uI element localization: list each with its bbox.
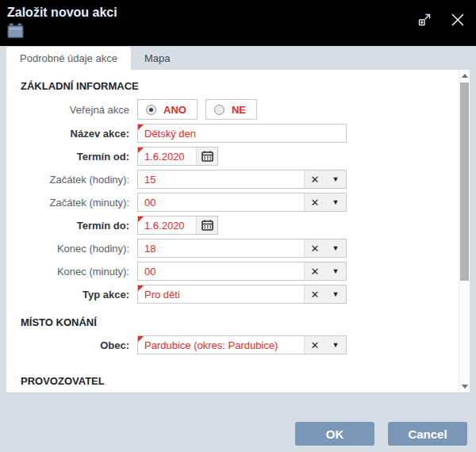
expand-dialog-button[interactable] bbox=[414, 10, 435, 30]
clear-icon: ✕ bbox=[311, 340, 320, 350]
end-hours-input[interactable] bbox=[138, 239, 304, 257]
date-to-row: Termín do: bbox=[14, 216, 459, 235]
calendar-picker-icon bbox=[202, 151, 213, 162]
public-event-label: Veřejná akce bbox=[14, 104, 129, 116]
municipality-dropdown-button[interactable]: ▼ bbox=[325, 336, 346, 354]
end-hours-row: Konec (hodiny): ✕ ▼ bbox=[14, 239, 459, 258]
tab-event-details-label: Podrobné údaje akce bbox=[20, 52, 117, 64]
public-event-radio-group: ANO NE bbox=[137, 99, 257, 120]
clear-icon: ✕ bbox=[311, 197, 320, 208]
section-operator: PROVOZOVATEL bbox=[21, 375, 459, 387]
event-type-input[interactable] bbox=[138, 285, 304, 303]
end-minutes-input[interactable] bbox=[138, 262, 304, 280]
tab-map-label: Mapa bbox=[144, 52, 171, 64]
municipality-row: Obec: ✕ ▼ bbox=[14, 335, 459, 354]
end-hours-fieldbox: ✕ ▼ bbox=[137, 239, 347, 258]
new-event-dialog: Založit novou akci Podrobné údaje akce bbox=[0, 0, 476, 452]
cancel-button[interactable]: Cancel bbox=[388, 422, 467, 446]
date-to-calendar-button[interactable] bbox=[197, 216, 217, 234]
end-minutes-row: Konec (minuty): ✕ ▼ bbox=[14, 262, 459, 281]
event-type-row: Typ akce: ✕ ▼ bbox=[14, 285, 459, 304]
end-minutes-dropdown-button[interactable]: ▼ bbox=[325, 262, 346, 280]
radio-unselected-icon[interactable] bbox=[214, 105, 225, 115]
municipality-input[interactable] bbox=[138, 336, 304, 354]
calendar-icon bbox=[7, 23, 25, 39]
start-minutes-buttons: ✕ ▼ bbox=[304, 193, 346, 211]
start-hours-fieldbox: ✕ ▼ bbox=[137, 170, 347, 189]
event-name-row: Název akce: bbox=[14, 124, 459, 143]
form-panel: ZÁKLADNÍ INFORMACE Veřejná akce ANO NE bbox=[6, 70, 470, 393]
radio-option-ne[interactable]: NE bbox=[205, 99, 257, 120]
end-hours-clear-button[interactable]: ✕ bbox=[305, 239, 325, 257]
event-type-label: Typ akce: bbox=[14, 289, 129, 301]
chevron-down-icon: ▼ bbox=[332, 291, 340, 298]
date-from-buttons bbox=[196, 147, 217, 165]
start-minutes-label: Začátek (minuty): bbox=[14, 197, 129, 209]
start-hours-input[interactable] bbox=[138, 170, 304, 188]
start-minutes-fieldbox: ✕ ▼ bbox=[137, 193, 347, 212]
vertical-scrollbar[interactable] bbox=[459, 70, 470, 393]
event-name-input[interactable] bbox=[138, 124, 346, 142]
radio-option-ano[interactable]: ANO bbox=[137, 99, 198, 120]
end-hours-dropdown-button[interactable]: ▼ bbox=[325, 239, 346, 257]
radio-ano-label: ANO bbox=[163, 104, 186, 116]
chevron-down-icon: ▼ bbox=[332, 268, 340, 275]
event-type-clear-button[interactable]: ✕ bbox=[305, 285, 325, 303]
radio-ne-label: NE bbox=[232, 104, 246, 116]
date-from-fieldbox bbox=[137, 147, 218, 166]
end-hours-buttons: ✕ ▼ bbox=[304, 239, 346, 257]
date-from-row: Termín od: bbox=[14, 147, 459, 166]
start-hours-label: Začátek (hodiny): bbox=[14, 174, 129, 186]
start-minutes-row: Začátek (minuty): ✕ ▼ bbox=[14, 193, 459, 212]
start-hours-dropdown-button[interactable]: ▼ bbox=[325, 170, 346, 188]
dialog-header: Založit novou akci bbox=[0, 0, 476, 46]
date-from-calendar-button[interactable] bbox=[197, 147, 217, 165]
event-name-label: Název akce: bbox=[14, 128, 129, 140]
calendar-picker-icon bbox=[202, 220, 213, 231]
scrollbar-up-icon[interactable] bbox=[462, 74, 468, 78]
tab-event-details[interactable]: Podrobné údaje akce bbox=[6, 47, 131, 70]
chevron-down-icon: ▼ bbox=[332, 245, 340, 252]
municipality-label: Obec: bbox=[14, 339, 129, 351]
chevron-down-icon: ▼ bbox=[332, 342, 340, 349]
event-type-dropdown-button[interactable]: ▼ bbox=[325, 285, 346, 303]
start-hours-clear-button[interactable]: ✕ bbox=[305, 170, 325, 188]
tab-bar: Podrobné údaje akce Mapa bbox=[0, 46, 476, 70]
date-to-buttons bbox=[196, 216, 217, 234]
dialog-title: Založit novou akci bbox=[7, 6, 468, 20]
scrollbar-thumb[interactable] bbox=[460, 82, 469, 281]
date-from-label: Termín od: bbox=[14, 151, 129, 163]
clear-icon: ✕ bbox=[311, 243, 320, 254]
date-from-input[interactable] bbox=[138, 147, 196, 165]
section-place: MÍSTO KONÁNÍ bbox=[21, 316, 459, 328]
close-icon bbox=[449, 11, 466, 29]
end-minutes-fieldbox: ✕ ▼ bbox=[137, 262, 347, 281]
expand-icon bbox=[416, 12, 432, 28]
scrollbar-down-icon[interactable] bbox=[462, 385, 468, 389]
start-minutes-input[interactable] bbox=[138, 193, 304, 211]
chevron-down-icon: ▼ bbox=[332, 176, 340, 183]
clear-icon: ✕ bbox=[311, 289, 320, 300]
start-hours-row: Začátek (hodiny): ✕ ▼ bbox=[14, 170, 459, 189]
event-type-fieldbox: ✕ ▼ bbox=[137, 285, 347, 304]
municipality-clear-button[interactable]: ✕ bbox=[305, 336, 325, 354]
end-hours-label: Konec (hodiny): bbox=[14, 243, 129, 255]
end-minutes-buttons: ✕ ▼ bbox=[304, 262, 346, 280]
date-to-input[interactable] bbox=[138, 216, 196, 234]
date-to-label: Termín do: bbox=[14, 220, 129, 232]
radio-selected-icon[interactable] bbox=[146, 105, 156, 115]
end-minutes-label: Konec (minuty): bbox=[14, 266, 129, 278]
ok-button[interactable]: OK bbox=[295, 422, 374, 446]
clear-icon: ✕ bbox=[311, 266, 320, 277]
public-event-row: Veřejná akce ANO NE bbox=[14, 99, 459, 120]
tab-map[interactable]: Mapa bbox=[131, 47, 184, 70]
start-minutes-dropdown-button[interactable]: ▼ bbox=[325, 193, 346, 211]
municipality-buttons: ✕ ▼ bbox=[304, 336, 346, 354]
start-hours-buttons: ✕ ▼ bbox=[304, 170, 346, 188]
clear-icon: ✕ bbox=[311, 174, 320, 185]
start-minutes-clear-button[interactable]: ✕ bbox=[305, 193, 325, 211]
section-basic-info: ZÁKLADNÍ INFORMACE bbox=[21, 80, 459, 92]
event-type-buttons: ✕ ▼ bbox=[304, 285, 346, 303]
close-dialog-button[interactable] bbox=[447, 10, 468, 30]
end-minutes-clear-button[interactable]: ✕ bbox=[305, 262, 325, 280]
